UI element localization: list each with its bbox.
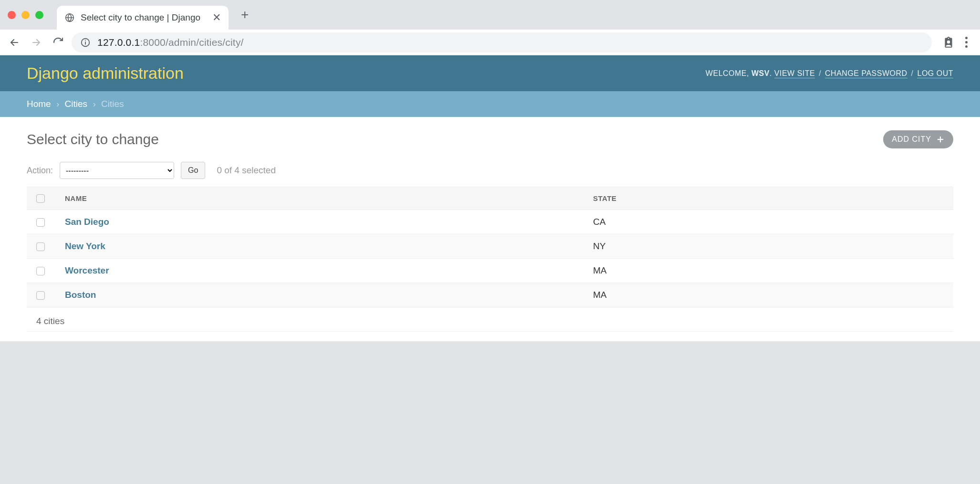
row-checkbox[interactable] <box>36 291 45 300</box>
site-info-icon[interactable] <box>80 37 91 48</box>
actions-row: Action: --------- Go 0 of 4 selected <box>27 162 953 179</box>
table-row: Worcester MA <box>27 259 953 283</box>
welcome-label: WELCOME, <box>706 69 749 77</box>
log-out-link[interactable]: LOG OUT <box>917 69 953 78</box>
new-tab-button[interactable]: + <box>241 8 249 21</box>
breadcrumb-home[interactable]: Home <box>27 99 51 109</box>
state-cell: NY <box>584 234 953 259</box>
city-link[interactable]: Worcester <box>65 265 109 275</box>
city-link[interactable]: New York <box>65 241 105 251</box>
tab-title: Select city to change | Django <box>81 12 207 23</box>
url-path: :8000/admin/cities/city/ <box>140 37 243 48</box>
address-bar[interactable]: 127.0.0.1:8000/admin/cities/city/ <box>72 32 932 53</box>
table-row: Boston MA <box>27 283 953 307</box>
url-host: 127.0.0.1 <box>97 37 140 48</box>
profile-icon[interactable] <box>942 36 955 49</box>
action-select[interactable]: --------- <box>60 162 174 179</box>
city-link[interactable]: Boston <box>65 290 96 300</box>
username: WSV <box>751 69 770 77</box>
forward-button[interactable] <box>28 34 45 51</box>
column-header-name[interactable]: NAME <box>55 187 584 210</box>
plus-icon <box>936 135 945 144</box>
toolbar-right <box>942 34 970 51</box>
table-row: New York NY <box>27 234 953 259</box>
state-cell: CA <box>584 210 953 234</box>
page-title: Select city to change <box>27 131 159 147</box>
change-password-link[interactable]: CHANGE PASSWORD <box>825 69 907 78</box>
breadcrumb: Home › Cities › Cities <box>0 91 980 117</box>
breadcrumb-app[interactable]: Cities <box>65 99 88 109</box>
window-close-button[interactable] <box>8 11 16 19</box>
user-tools: WELCOME, WSV. VIEW SITE / CHANGE PASSWOR… <box>706 69 953 78</box>
row-checkbox[interactable] <box>36 218 45 227</box>
browser-chrome: Select city to change | Django ✕ + 127.0… <box>0 0 980 55</box>
results-table: NAME STATE San Diego CA New York NY Worc… <box>27 187 953 307</box>
window-maximize-button[interactable] <box>35 11 43 19</box>
state-cell: MA <box>584 283 953 307</box>
table-row: San Diego CA <box>27 210 953 234</box>
go-button[interactable]: Go <box>181 162 205 179</box>
table-header-row: NAME STATE <box>27 187 953 210</box>
breadcrumb-current: Cities <box>101 99 124 109</box>
row-checkbox[interactable] <box>36 267 45 275</box>
back-button[interactable] <box>6 34 23 51</box>
browser-menu-button[interactable] <box>962 34 970 51</box>
tab-bar: Select city to change | Django ✕ + <box>0 0 980 30</box>
window-minimize-button[interactable] <box>21 11 30 19</box>
svg-point-3 <box>85 40 86 41</box>
window-controls <box>8 11 43 19</box>
row-checkbox[interactable] <box>36 242 45 251</box>
city-link[interactable]: San Diego <box>65 217 109 227</box>
browser-tab[interactable]: Select city to change | Django ✕ <box>57 6 229 30</box>
reload-button[interactable] <box>50 34 67 51</box>
content-header: Select city to change ADD CITY <box>27 130 953 148</box>
globe-icon <box>64 12 75 23</box>
column-header-state[interactable]: STATE <box>584 187 953 210</box>
view-site-link[interactable]: VIEW SITE <box>774 69 815 78</box>
content: Select city to change ADD CITY Action: -… <box>0 117 980 341</box>
site-title: Django administration <box>27 64 184 83</box>
url-text: 127.0.0.1:8000/admin/cities/city/ <box>97 37 244 48</box>
close-tab-icon[interactable]: ✕ <box>212 12 221 23</box>
action-label: Action: <box>27 166 53 176</box>
state-cell: MA <box>584 259 953 283</box>
paginator-count: 4 cities <box>27 307 953 332</box>
browser-toolbar: 127.0.0.1:8000/admin/cities/city/ <box>0 30 980 55</box>
admin-header: Django administration WELCOME, WSV. VIEW… <box>0 55 980 91</box>
add-city-label: ADD CITY <box>892 135 931 144</box>
selection-counter: 0 of 4 selected <box>217 165 276 176</box>
add-city-button[interactable]: ADD CITY <box>883 130 953 148</box>
select-all-checkbox[interactable] <box>36 194 45 203</box>
